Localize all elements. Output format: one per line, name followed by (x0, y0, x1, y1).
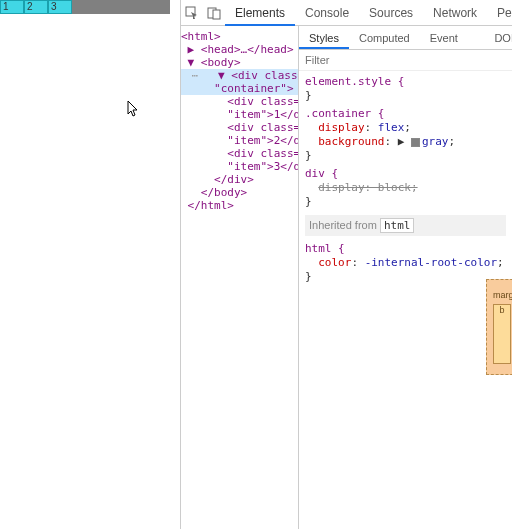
tab-network[interactable]: Network (423, 0, 487, 26)
dom-node-head[interactable]: ▶ <head>…</head> (181, 43, 298, 56)
mouse-cursor-icon (127, 100, 141, 118)
rule-div[interactable]: div { display: block; } (305, 167, 506, 209)
box-model-margin-label: marg (493, 290, 511, 300)
styles-panel: Styles Computed Event Listeners DOM Br e… (299, 26, 512, 529)
tab-elements[interactable]: Elements (225, 0, 295, 26)
dom-node-html[interactable]: <html> (181, 30, 298, 43)
filter-bar (299, 50, 512, 71)
tab-sources[interactable]: Sources (359, 0, 423, 26)
rule-container[interactable]: .container { display: flex; background: … (305, 107, 506, 163)
subtab-event-listeners[interactable]: Event Listeners (420, 26, 485, 49)
devtools-tabbar: Elements Console Sources Network Perform… (181, 0, 512, 26)
tab-performance[interactable]: Performance (487, 0, 512, 26)
box-model-widget[interactable]: marg b (486, 279, 512, 389)
tab-console[interactable]: Console (295, 0, 359, 26)
selected-node-container-2[interactable]: "container"> == $0 (181, 82, 298, 95)
flex-item-2[interactable]: 2 (24, 0, 48, 14)
dom-tree[interactable]: <html> ▶ <head>…</head> ▼ <body> ⋯ ▼ <di… (181, 26, 299, 529)
ellipsis-icon: ⋯ (181, 69, 198, 82)
flex-item-1[interactable]: 1 (0, 0, 24, 14)
dom-node-item3b[interactable]: "item">3</div> (181, 160, 298, 173)
inspect-icon[interactable] (185, 4, 199, 22)
dom-node-html-close[interactable]: </html> (181, 199, 298, 212)
styles-subtabs: Styles Computed Event Listeners DOM Br (299, 26, 512, 50)
selected-node-container[interactable]: ⋯ ▼ <div class= (181, 69, 298, 82)
dom-node-body[interactable]: ▼ <body> (181, 56, 298, 69)
page-preview: 1 2 3 (0, 0, 170, 14)
color-swatch-icon[interactable] (411, 138, 420, 147)
device-toggle-icon[interactable] (207, 4, 221, 22)
subtab-styles[interactable]: Styles (299, 26, 349, 49)
css-rules[interactable]: element.style { } .container { display: … (299, 71, 512, 292)
box-model-border: b (493, 304, 511, 364)
subtab-computed[interactable]: Computed (349, 26, 420, 49)
dom-node-item1a[interactable]: <div class= (181, 95, 298, 108)
subtab-dom-breakpoints[interactable]: DOM Br (484, 26, 512, 49)
devtools-panel: Elements Console Sources Network Perform… (180, 0, 512, 529)
dom-node-item2a[interactable]: <div class= (181, 121, 298, 134)
overridden-property: display: block; (318, 181, 417, 194)
dom-node-item3a[interactable]: <div class= (181, 147, 298, 160)
svg-rect-2 (213, 10, 220, 19)
dom-node-body-close[interactable]: </body> (181, 186, 298, 199)
filter-input[interactable] (299, 50, 512, 70)
dom-node-item2b[interactable]: "item">2</div> (181, 134, 298, 147)
rule-element-style[interactable]: element.style { } (305, 75, 506, 103)
inherited-tag[interactable]: html (380, 218, 415, 233)
flex-item-3[interactable]: 3 (48, 0, 72, 14)
dom-node-div-close[interactable]: </div> (181, 173, 298, 186)
inherited-from-label: Inherited from html (305, 215, 506, 236)
dom-node-item1b[interactable]: "item">1</div> (181, 108, 298, 121)
flex-container[interactable]: 1 2 3 (0, 0, 170, 14)
rule-html[interactable]: html { color: -internal-root-color; } (305, 242, 506, 284)
